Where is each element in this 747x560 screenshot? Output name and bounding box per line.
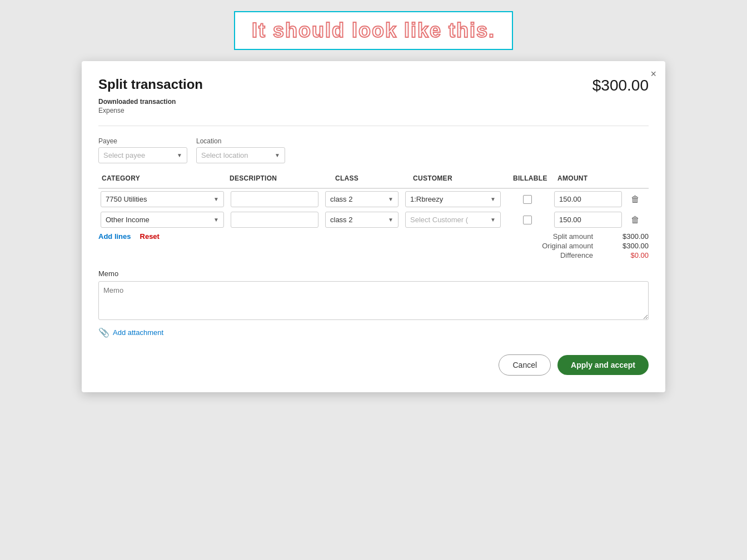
location-placeholder: Select location (201, 151, 272, 159)
table-row: Other Income ▼ class 2 ▼ Select Customer… (98, 212, 649, 228)
row2-class-select[interactable]: class 2 ▼ (325, 212, 399, 228)
row2-billable-checkbox[interactable] (523, 216, 532, 224)
add-attachment-label: Add attachment (113, 328, 163, 337)
row2-amount-input[interactable]: 150.00 (554, 212, 622, 228)
row2-delete-button[interactable]: 🗑 (629, 213, 642, 227)
footer-buttons: Cancel Apply and accept (98, 354, 649, 376)
location-arrow-icon: ▼ (275, 152, 280, 158)
reset-button[interactable]: Reset (140, 232, 160, 241)
row1-delete-cell: 🗑 (626, 192, 649, 207)
row1-amount-cell: 150.00 (552, 191, 624, 207)
add-lines-button[interactable]: Add lines (98, 232, 131, 241)
action-links: Add lines Reset (98, 232, 160, 241)
payee-field-group: Payee Select payee ▼ (98, 137, 187, 163)
subtitle-downloaded: Downloaded transaction (98, 98, 649, 106)
location-select[interactable]: Select location ▼ (196, 147, 285, 163)
row2-category-value: Other Income (106, 216, 211, 224)
memo-section: Memo (98, 269, 649, 322)
payee-placeholder: Select payee (103, 151, 175, 159)
row2-customer-select[interactable]: Select Customer ( ▼ (405, 212, 501, 228)
row2-description-cell (228, 212, 321, 228)
split-amount-row: Split amount $300.00 (493, 232, 649, 241)
difference-value: $0.00 (604, 251, 649, 259)
top-banner: It should look like this. (234, 11, 513, 50)
payee-label: Payee (98, 137, 187, 145)
col-header-description: DESCRIPTION (226, 172, 332, 184)
subtitle-expense: Expense (98, 107, 649, 114)
col-header-class: CLASS (332, 172, 410, 184)
header-divider (98, 126, 649, 126)
row1-class-value: class 2 (330, 195, 386, 203)
modal-title: Split transaction (98, 77, 203, 92)
split-amount-label: Split amount (553, 232, 593, 241)
col-header-amount: AMOUNT (554, 172, 626, 184)
row1-customer-select[interactable]: 1:Rbreezy ▼ (405, 191, 501, 207)
difference-row: Difference $0.00 (493, 251, 649, 259)
split-transaction-modal: × Split transaction $300.00 Downloaded t… (82, 61, 665, 392)
row2-customer-placeholder: Select Customer ( (410, 216, 488, 224)
table-header: CATEGORY DESCRIPTION CLASS CUSTOMER BILL… (98, 172, 649, 189)
row1-class-arrow-icon: ▼ (388, 196, 394, 202)
row1-billable-cell (505, 195, 550, 204)
row1-category-value: 7750 Utilities (106, 195, 211, 203)
original-amount-row: Original amount $300.00 (493, 242, 649, 250)
col-header-customer: CUSTOMER (410, 172, 510, 184)
payee-select[interactable]: Select payee ▼ (98, 147, 187, 163)
banner-text: It should look like this. (252, 19, 495, 42)
table-row: 7750 Utilities ▼ class 2 ▼ 1:Rbreezy ▼ 1… (98, 191, 649, 207)
memo-textarea[interactable] (98, 281, 649, 320)
row1-class-select[interactable]: class 2 ▼ (325, 191, 399, 207)
cancel-button[interactable]: Cancel (499, 354, 551, 376)
row2-category-select[interactable]: Other Income ▼ (101, 212, 224, 228)
modal-header: Split transaction $300.00 (98, 77, 649, 94)
col-header-billable: BILLABLE (510, 172, 554, 184)
row2-class-value: class 2 (330, 216, 386, 224)
row2-customer-cell: Select Customer ( ▼ (403, 212, 503, 228)
original-amount-label: Original amount (542, 242, 593, 250)
row1-customer-arrow-icon: ▼ (490, 196, 496, 202)
payee-location-row: Payee Select payee ▼ Location Select loc… (98, 137, 649, 163)
attachment-icon: 📎 (98, 327, 109, 338)
original-amount-value: $300.00 (604, 242, 649, 250)
row1-customer-cell: 1:Rbreezy ▼ (403, 191, 503, 207)
row2-customer-arrow-icon: ▼ (490, 217, 496, 223)
row1-description-input[interactable] (231, 191, 318, 207)
row1-category-cell: 7750 Utilities ▼ (98, 191, 226, 207)
row2-delete-cell: 🗑 (626, 213, 649, 227)
close-button[interactable]: × (650, 69, 656, 79)
row2-class-cell: class 2 ▼ (323, 212, 401, 228)
row2-billable-cell (505, 216, 550, 224)
row1-customer-value: 1:Rbreezy (410, 195, 488, 203)
row2-category-arrow-icon: ▼ (213, 217, 219, 223)
row2-amount-cell: 150.00 (552, 212, 624, 228)
row2-class-arrow-icon: ▼ (388, 217, 394, 223)
totals-section: Split amount $300.00 Original amount $30… (493, 232, 649, 261)
row1-billable-checkbox[interactable] (523, 195, 532, 204)
modal-amount: $300.00 (592, 77, 649, 94)
apply-accept-button[interactable]: Apply and accept (557, 355, 649, 375)
col-header-actions (626, 172, 649, 184)
row1-description-cell (228, 191, 321, 207)
actions-totals-row: Add lines Reset Split amount $300.00 Ori… (98, 232, 649, 261)
location-field-group: Location Select location ▼ (196, 137, 285, 163)
add-attachment-row[interactable]: 📎 Add attachment (98, 327, 649, 338)
location-label: Location (196, 137, 285, 145)
row1-amount-input[interactable]: 150.00 (554, 191, 622, 207)
row2-category-cell: Other Income ▼ (98, 212, 226, 228)
row1-delete-button[interactable]: 🗑 (629, 192, 642, 207)
difference-label: Difference (560, 251, 593, 259)
modal-title-group: Split transaction (98, 77, 203, 92)
split-amount-value: $300.00 (604, 232, 649, 241)
row1-category-arrow-icon: ▼ (213, 196, 219, 202)
row1-category-select[interactable]: 7750 Utilities ▼ (101, 191, 224, 207)
row2-description-input[interactable] (231, 212, 318, 228)
payee-arrow-icon: ▼ (177, 152, 182, 158)
memo-label: Memo (98, 269, 649, 278)
row1-class-cell: class 2 ▼ (323, 191, 401, 207)
col-header-category: CATEGORY (98, 172, 226, 184)
